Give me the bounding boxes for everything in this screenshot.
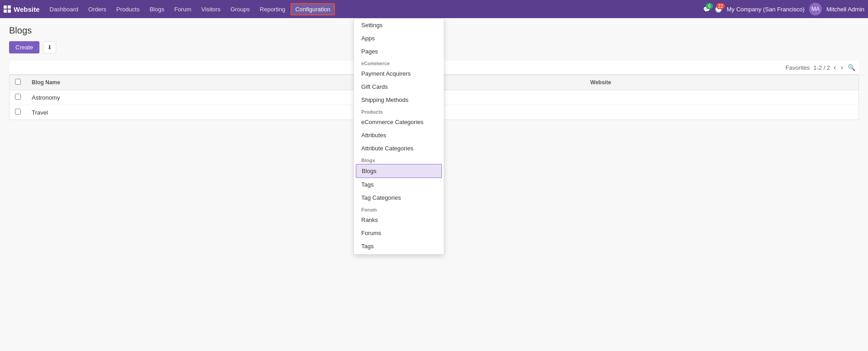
dropdown-apps[interactable]: Apps	[354, 32, 444, 45]
section-products-label: Products	[354, 106, 444, 115]
dropdown-payment-acquirers[interactable]: Payment Acquirers	[354, 67, 444, 80]
dropdown-ecommerce-categories[interactable]: eCommerce Categories	[354, 115, 444, 127]
row-checkbox-2[interactable]	[10, 105, 27, 120]
configuration-dropdown: Settings Apps Pages eCommerce Payment Ac…	[354, 18, 444, 127]
user-avatar[interactable]: MA	[809, 3, 822, 15]
nav-reporting[interactable]: Reporting	[255, 3, 290, 15]
row-blog-name-2[interactable]: Travel	[26, 105, 364, 120]
select-all-header[interactable]	[10, 75, 27, 90]
app-name: Website	[14, 5, 39, 13]
row-select-2[interactable]	[15, 109, 21, 115]
top-navigation: Website Dashboard Orders Products Blogs …	[0, 0, 868, 18]
col-blog-name: Blog Name	[26, 75, 364, 90]
chat-badge: 6	[706, 3, 713, 9]
dropdown-scroll-area[interactable]: Settings Apps Pages eCommerce Payment Ac…	[354, 19, 444, 127]
nav-visitors[interactable]: Visitors	[197, 3, 225, 15]
row-blog-name-1[interactable]: Astronomy	[26, 90, 364, 105]
pagination-prev[interactable]: ‹	[833, 63, 837, 72]
nav-blogs[interactable]: Blogs	[145, 3, 169, 15]
nav-products[interactable]: Products	[112, 3, 144, 15]
nav-configuration[interactable]: Configuration	[291, 3, 335, 15]
user-name[interactable]: Mitchell Admin	[826, 6, 864, 13]
row-checkbox-1[interactable]	[10, 90, 27, 105]
select-all-checkbox[interactable]	[15, 79, 21, 85]
col-website: Website	[585, 75, 858, 90]
row-website-2	[585, 105, 858, 120]
chat-notifications[interactable]: 💬 6	[703, 6, 710, 13]
pagination-next[interactable]: ›	[840, 63, 844, 72]
dropdown-gift-cards[interactable]: Gift Cards	[354, 80, 444, 93]
dropdown-pages[interactable]: Pages	[354, 45, 444, 58]
search-button[interactable]: 🔍	[848, 64, 855, 71]
clock-notifications[interactable]: 🕐 22	[715, 6, 722, 13]
nav-groups[interactable]: Groups	[226, 3, 254, 15]
row-website-1	[585, 90, 858, 105]
download-button[interactable]: ⬇	[43, 41, 56, 53]
company-name[interactable]: My Company (San Francisco)	[727, 6, 805, 13]
clock-badge: 22	[716, 3, 725, 9]
pagination: 1-2 / 2 ‹ ›	[813, 63, 844, 72]
pagination-count: 1-2 / 2	[813, 64, 830, 71]
dropdown-shipping-methods[interactable]: Shipping Methods	[354, 93, 444, 106]
nav-dashboard[interactable]: Dashboard	[45, 3, 83, 15]
app-logo[interactable]: Website	[4, 5, 39, 13]
nav-right-section: 💬 6 🕐 22 My Company (San Francisco) MA M…	[703, 3, 864, 15]
favorites-label: Favorites	[786, 64, 810, 71]
nav-orders[interactable]: Orders	[84, 3, 111, 15]
grid-icon	[4, 5, 11, 13]
section-ecommerce-label: eCommerce	[354, 58, 444, 67]
dropdown-settings[interactable]: Settings	[354, 19, 444, 32]
nav-menu: Dashboard Orders Products Blogs Forum Vi…	[45, 3, 703, 15]
row-select-1[interactable]	[15, 94, 21, 100]
create-button[interactable]: Create	[9, 41, 39, 53]
download-icon: ⬇	[47, 44, 52, 51]
nav-forum[interactable]: Forum	[170, 3, 196, 15]
